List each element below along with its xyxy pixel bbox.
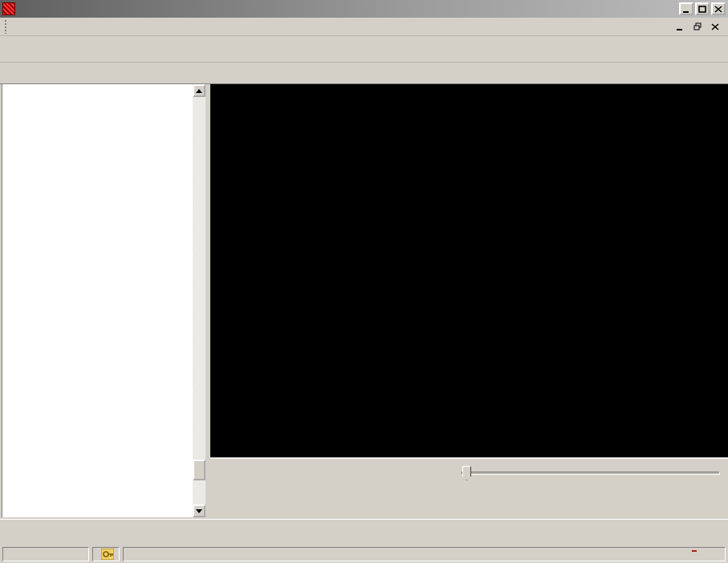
minimize-button[interactable] bbox=[679, 2, 693, 15]
menu-bar bbox=[0, 18, 728, 36]
app-icon bbox=[2, 2, 15, 15]
scroll-down-button[interactable] bbox=[193, 504, 205, 517]
simulation-progress-slider[interactable] bbox=[462, 472, 720, 475]
title-bar[interactable] bbox=[0, 0, 728, 18]
agent-info bbox=[123, 547, 726, 561]
mdi-minimize-button[interactable] bbox=[673, 21, 686, 32]
status-bar bbox=[0, 545, 728, 563]
simulation-toolbar bbox=[0, 519, 728, 545]
slider-ticks bbox=[462, 481, 720, 486]
scrollbar-thumb[interactable] bbox=[193, 460, 205, 480]
login-status bbox=[92, 547, 120, 561]
gcode-editor[interactable] bbox=[2, 84, 193, 517]
editor-scrollbar[interactable] bbox=[193, 84, 205, 517]
maximize-button[interactable] bbox=[695, 2, 710, 15]
scroll-up-button[interactable] bbox=[193, 84, 205, 97]
simulation-control-panel bbox=[210, 457, 728, 519]
mdi-restore-button[interactable] bbox=[691, 21, 704, 32]
document-tab-bar bbox=[0, 63, 728, 84]
slider-thumb[interactable] bbox=[462, 466, 471, 480]
simulation-viewport[interactable] bbox=[210, 84, 728, 457]
menu-grip[interactable] bbox=[4, 19, 8, 34]
main-toolbar bbox=[0, 36, 728, 63]
close-button[interactable] bbox=[711, 2, 726, 15]
mdi-close-button[interactable] bbox=[709, 21, 722, 32]
status-box bbox=[2, 547, 89, 561]
toolpath-backplot bbox=[210, 84, 728, 457]
key-icon bbox=[101, 549, 114, 560]
cimco-edit-window bbox=[0, 0, 728, 563]
